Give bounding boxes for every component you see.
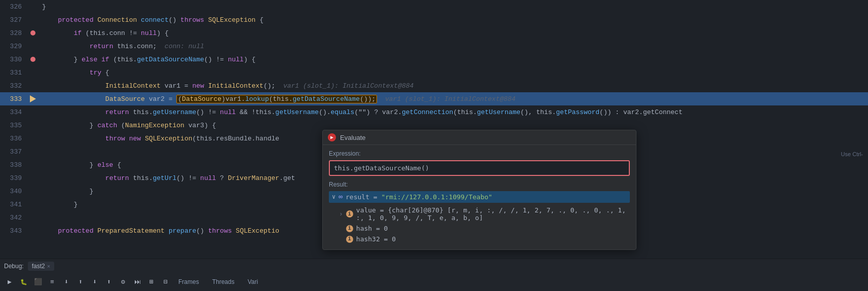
evaluate-icon: ▶ (328, 133, 336, 141)
code-content: try { (38, 69, 868, 77)
line-number: 330 (0, 56, 28, 63)
code-content: } (38, 3, 868, 11)
code-content: } catch (NamingException var3) { (38, 122, 868, 129)
info-circle-hash32: i (346, 236, 353, 243)
toolbar-btn-evaluate[interactable]: ⚙ (118, 276, 129, 287)
code-content: protected Connection connect() throws SQ… (38, 16, 868, 24)
info-circle-value: i (346, 210, 353, 217)
evaluate-title-bar: ▶ Evaluate (323, 130, 636, 145)
line-number: 326 (0, 3, 28, 11)
evaluate-body: Expression: this.getDataSourceName() Res… (323, 145, 636, 249)
toolbar-btn-step-into[interactable]: ⬆ (75, 276, 86, 287)
code-line: 328 if (this.conn != null) { (0, 26, 868, 40)
code-line: 327 protected Connection connect() throw… (0, 13, 868, 26)
line-number: 337 (0, 148, 28, 156)
info-circle-hash: i (346, 225, 353, 232)
code-line-current: 333 DataSource var2 = (DataSource)var1.l… (0, 92, 868, 105)
evaluate-popup[interactable]: ▶ Evaluate Expression: this.getDataSourc… (322, 130, 636, 250)
toolbar-btn-skip[interactable]: ⏭ (132, 276, 143, 287)
expression-value: this.getDataSourceName() (334, 164, 429, 172)
debug-tab-name: fast2 (32, 263, 45, 270)
child-row-hash: i hash = 0 (329, 223, 630, 234)
line-number: 343 (0, 227, 28, 235)
gutter-icon (28, 57, 38, 62)
code-content: if (this.conn != null) { (38, 29, 868, 37)
result-label: Result: (329, 181, 630, 188)
line-number: 336 (0, 135, 28, 142)
toolbar-bar: ▶ 🐛 ⬛ ≡ ⬇ ⬆ ⬇ ⬆ ⚙ ⏭ ⊞ ⊟ Frames Threads V… (0, 273, 868, 291)
use-ctrl-hint: Use Ctrl- (841, 151, 863, 157)
line-number: 338 (0, 161, 28, 169)
toolbar-btn-minus[interactable]: ⊟ (160, 276, 171, 287)
line-number: 339 (0, 174, 28, 182)
expression-label: Expression: (329, 150, 630, 157)
evaluate-title: Evaluate (340, 134, 366, 141)
result-row: ∨ ∞ result = "rmi://127.0.0.1:1099/Teabo… (329, 191, 630, 203)
line-number: 335 (0, 122, 28, 129)
toolbar-btn-step-over[interactable]: ⬇ (61, 276, 72, 287)
child-hash32-text: hash32 = 0 (356, 235, 396, 243)
infinity-icon: ∞ (338, 193, 343, 201)
child-hash-text: hash = 0 (356, 225, 388, 232)
line-number: 340 (0, 188, 28, 195)
code-content: DataSource var2 = (DataSource)var1.looku… (38, 95, 868, 103)
code-line: 329 return this.conn; conn: null (0, 40, 868, 53)
line-number: 333 (0, 95, 28, 103)
bottom-bar: Debug: fast2 × ▶ 🐛 ⬛ ≡ ⬇ ⬆ ⬇ ⬆ ⚙ ⏭ ⊞ ⊟ F… (0, 259, 868, 291)
child-row-hash32: i hash32 = 0 (329, 234, 630, 244)
result-value: "rmi://127.0.0.1:1099/Teabo" (382, 193, 493, 201)
code-line: 334 return this.getUsername() != null &&… (0, 105, 868, 119)
editor-area: 326 } 327 protected Connection connect()… (0, 0, 868, 259)
line-number: 334 (0, 108, 28, 116)
toolbar-btn-run-to-cursor[interactable]: ⬆ (103, 276, 115, 287)
line-number: 331 (0, 69, 28, 77)
line-number: 341 (0, 201, 28, 208)
frames-label: Frames (178, 278, 199, 285)
code-content: return this.getUsername() != null && !th… (38, 108, 868, 116)
debug-label: Debug: (4, 263, 24, 270)
close-icon[interactable]: × (47, 263, 50, 269)
line-number: 328 (0, 29, 28, 37)
line-number: 332 (0, 82, 28, 90)
line-number: 342 (0, 214, 28, 222)
child-row-value: › i value = {char[26]@870} [r, m, i, :, … (329, 205, 630, 223)
line-number: 329 (0, 43, 28, 50)
code-content: return this.conn; conn: null (38, 43, 868, 50)
code-content: InitialContext var1 = new InitialContext… (38, 82, 868, 90)
gutter-icon (28, 95, 38, 102)
line-number: 327 (0, 16, 28, 24)
code-line: 330 } else if (this.getDataSourceName() … (0, 53, 868, 66)
code-line: 332 InitialContext var1 = new InitialCon… (0, 79, 868, 92)
code-content: } else if (this.getDataSourceName() != n… (38, 56, 868, 63)
child-value-text: value = {char[26]@870} [r, m, i, :, /, /… (356, 206, 627, 222)
toolbar-btn-console[interactable]: ⬛ (32, 276, 44, 287)
toolbar-btn-debugger[interactable]: 🐛 (18, 276, 29, 287)
code-line: 331 try { (0, 66, 868, 79)
toolbar-btn-list[interactable]: ≡ (47, 276, 58, 287)
child-chevron: › (339, 210, 343, 218)
toolbar-btn-play[interactable]: ▶ (4, 276, 15, 287)
debug-tab-bar: Debug: fast2 × (0, 259, 868, 273)
variables-label: Vari (248, 278, 258, 285)
child-chevron-3 (339, 235, 343, 243)
code-line: 326 } (0, 0, 868, 13)
eval-input-box[interactable]: this.getDataSourceName() (329, 160, 630, 176)
child-chevron-2 (339, 225, 343, 232)
threads-label: Threads (212, 278, 235, 285)
gutter-icon (28, 30, 38, 35)
toolbar-btn-grid[interactable]: ⊞ (146, 276, 157, 287)
result-chevron: ∨ (332, 193, 335, 201)
debug-tab-fast2[interactable]: fast2 × (28, 262, 54, 271)
result-text: result = "rmi://127.0.0.1:1099/Teabo" (346, 193, 493, 201)
toolbar-btn-step-out[interactable]: ⬇ (89, 276, 100, 287)
